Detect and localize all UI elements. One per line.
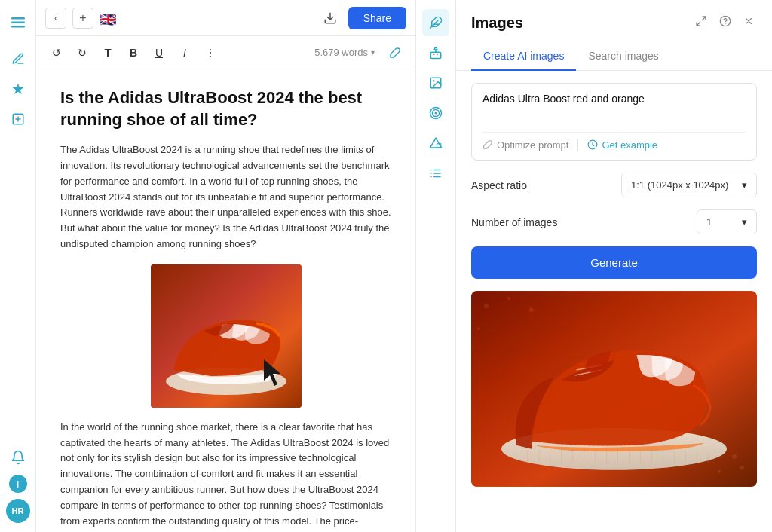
editor-area: ‹ + 🇬🇧 Share ↺ ↻ T B U I ⋮ 5.679 words ▾ bbox=[36, 0, 416, 532]
svg-point-10 bbox=[433, 80, 434, 81]
prompt-box: Optimize prompt Get example bbox=[471, 83, 757, 161]
svg-point-22 bbox=[477, 327, 480, 330]
panel-header-icons bbox=[692, 12, 757, 33]
svg-rect-1 bbox=[11, 22, 25, 24]
info-circle-icon[interactable]: i bbox=[9, 475, 27, 493]
feather-tool-icon[interactable] bbox=[422, 9, 449, 36]
generated-image bbox=[471, 291, 757, 487]
left-sidebar: i HR bbox=[0, 0, 36, 532]
more-options-button[interactable]: ⋮ bbox=[199, 41, 222, 64]
share-button[interactable]: Share bbox=[348, 7, 406, 29]
menu-icon[interactable] bbox=[5, 9, 32, 36]
download-button[interactable] bbox=[318, 6, 342, 30]
undo-button[interactable]: ↺ bbox=[45, 41, 68, 64]
underline-button[interactable]: U bbox=[148, 41, 170, 64]
help-icon[interactable] bbox=[716, 12, 734, 33]
svg-marker-14 bbox=[430, 138, 441, 148]
back-button[interactable]: ‹ bbox=[45, 8, 66, 29]
tool-sidebar bbox=[416, 0, 455, 532]
image-tool-icon[interactable] bbox=[422, 69, 449, 96]
redo-button[interactable]: ↻ bbox=[71, 41, 93, 64]
generate-button[interactable]: Generate bbox=[471, 246, 757, 279]
chevron-down-icon[interactable]: ▾ bbox=[371, 48, 375, 57]
aspect-ratio-row: Aspect ratio 1:1 (1024px x 1024px) ▾ bbox=[471, 173, 757, 197]
close-panel-icon[interactable] bbox=[740, 13, 757, 32]
list-tool-icon[interactable] bbox=[422, 160, 449, 187]
chevron-down-icon: ▾ bbox=[742, 179, 747, 191]
top-toolbar: ‹ + 🇬🇧 Share bbox=[36, 0, 415, 36]
panel-tabs: Create AI images Search images bbox=[456, 42, 772, 71]
svg-marker-6 bbox=[264, 359, 280, 386]
pen-tool-icon[interactable] bbox=[5, 45, 32, 72]
language-flag-icon: 🇬🇧 bbox=[100, 11, 118, 25]
tab-create-ai-images[interactable]: Create AI images bbox=[471, 42, 576, 71]
panel-body: Optimize prompt Get example Aspect ratio… bbox=[456, 71, 772, 532]
images-panel: Images Create AI images Search i bbox=[455, 0, 772, 532]
notification-bell-icon[interactable] bbox=[11, 450, 26, 469]
text-style-button[interactable]: T bbox=[96, 41, 119, 64]
expand-icon[interactable] bbox=[692, 12, 710, 33]
svg-point-25 bbox=[740, 466, 744, 470]
svg-point-8 bbox=[434, 47, 437, 50]
article-paragraph-2: In the world of the running shoe market,… bbox=[60, 420, 391, 532]
svg-point-23 bbox=[732, 454, 737, 459]
word-count: 5.679 words ▾ bbox=[314, 47, 375, 58]
editor-content[interactable]: Is the Adidas UltraBoost 2024 the best r… bbox=[36, 69, 415, 532]
target-tool-icon[interactable] bbox=[422, 99, 449, 127]
panel-title: Images bbox=[471, 14, 686, 32]
image-upload-icon[interactable] bbox=[5, 105, 32, 133]
chevron-down-icon: ▾ bbox=[742, 216, 747, 228]
panel-header: Images bbox=[456, 0, 772, 33]
paint-brush-button[interactable] bbox=[384, 41, 406, 64]
article-title: Is the Adidas UltraBoost 2024 the best r… bbox=[60, 87, 391, 130]
number-of-images-row: Number of images 1 ▾ bbox=[471, 209, 757, 234]
svg-point-19 bbox=[484, 304, 489, 308]
prompt-input[interactable] bbox=[482, 93, 746, 123]
user-avatar[interactable]: HR bbox=[6, 499, 30, 523]
robot-tool-icon[interactable] bbox=[422, 39, 449, 66]
prompt-divider bbox=[577, 139, 578, 151]
svg-rect-0 bbox=[11, 17, 25, 20]
ai-sparkle-icon[interactable] bbox=[5, 75, 32, 102]
prompt-actions: Optimize prompt Get example bbox=[482, 132, 746, 151]
add-tab-button[interactable]: + bbox=[72, 8, 93, 29]
italic-button[interactable]: I bbox=[173, 41, 196, 64]
article-paragraph-1: The Adidas UltraBoost 2024 is a running … bbox=[60, 142, 391, 252]
aspect-ratio-label: Aspect ratio bbox=[471, 179, 621, 191]
sidebar-bottom: i HR bbox=[6, 450, 30, 523]
aspect-ratio-select[interactable]: 1:1 (1024px x 1024px) ▾ bbox=[621, 173, 757, 197]
svg-rect-2 bbox=[11, 26, 25, 28]
format-toolbar: ↺ ↻ T B U I ⋮ 5.679 words ▾ bbox=[36, 36, 415, 69]
number-of-images-label: Number of images bbox=[471, 216, 697, 228]
optimize-prompt-button[interactable]: Optimize prompt bbox=[482, 139, 568, 151]
number-of-images-select[interactable]: 1 ▾ bbox=[697, 209, 757, 234]
shapes-tool-icon[interactable] bbox=[422, 130, 449, 157]
article-image-container bbox=[151, 264, 302, 408]
cursor-arrow-icon bbox=[264, 359, 286, 389]
svg-point-24 bbox=[718, 470, 721, 473]
svg-point-20 bbox=[507, 297, 510, 300]
tab-search-images[interactable]: Search images bbox=[576, 42, 670, 71]
get-example-button[interactable]: Get example bbox=[587, 139, 657, 151]
svg-point-13 bbox=[434, 112, 437, 115]
article-image bbox=[151, 264, 302, 408]
svg-point-21 bbox=[529, 307, 534, 312]
generated-image-inner bbox=[471, 291, 757, 487]
bold-button[interactable]: B bbox=[122, 41, 145, 64]
svg-rect-7 bbox=[430, 52, 441, 58]
